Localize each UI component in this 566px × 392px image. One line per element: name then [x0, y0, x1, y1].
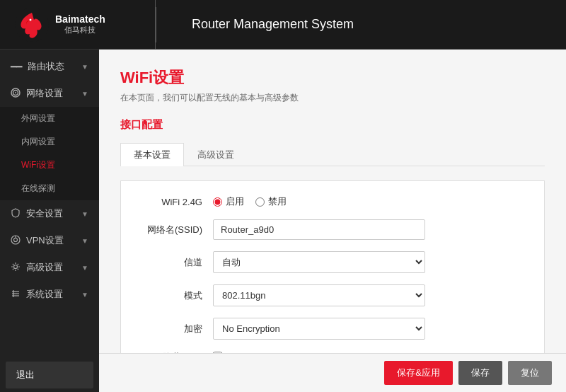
wifi-enable-label[interactable]: 启用 [213, 195, 244, 208]
bottom-bar: 保存&应用 保存 复位 [99, 353, 566, 392]
security-icon [11, 208, 21, 220]
channel-select[interactable]: 自动 1 2 3 4 5 6 [213, 251, 425, 273]
ssid-label: 网络名(SSID) [142, 224, 213, 236]
system-icon [11, 289, 21, 301]
sidebar-item-router-status[interactable]: ━━ 路由状态 ▼ [0, 53, 99, 80]
sidebar-item-wifi-settings[interactable]: WiFi设置 [0, 154, 99, 177]
logo-cn: 佰马科技 [64, 25, 96, 35]
encrypt-select[interactable]: No Encryption WPA2-PSK WPA-PSK WEP [213, 318, 425, 340]
save-button[interactable]: 保存 [458, 361, 502, 385]
wifi-disable-radio[interactable] [255, 197, 265, 207]
sidebar-sub-menu: 外网设置 内网设置 WiFi设置 在线探测 [0, 107, 99, 200]
sidebar-item-wan-settings[interactable]: 外网设置 [0, 107, 99, 130]
content-area: WiFi设置 在本页面，我们可以配置无线的基本与高级参数 接口配置 基本设置 高… [99, 50, 566, 353]
save-apply-button[interactable]: 保存&应用 [384, 361, 453, 385]
sidebar-item-router-status-label: 路由状态 [28, 60, 64, 73]
page-subtitle: 在本页面，我们可以配置无线的基本与高级参数 [120, 92, 545, 104]
sidebar-item-network-settings[interactable]: 网络设置 ▼ [0, 80, 99, 107]
vpn-arrow: ▼ [81, 237, 88, 245]
sidebar-item-system-settings[interactable]: 系统设置 ▼ [0, 281, 99, 308]
mode-select[interactable]: 802.11bgn 802.11bg 802.11b 802.11g 802.1… [213, 284, 425, 306]
security-arrow: ▼ [81, 210, 88, 218]
sidebar-item-security-settings[interactable]: 安全设置 ▼ [0, 200, 99, 227]
form-section: WiFi 2.4G 启用 禁用 [120, 180, 545, 353]
form-row-channel: 信道 自动 1 2 3 4 5 6 [142, 251, 523, 273]
reset-button[interactable]: 复位 [508, 361, 552, 385]
tab-advanced[interactable]: 高级设置 [184, 143, 248, 166]
svg-point-8 [14, 265, 18, 268]
sidebar-item-advanced-label: 高级设置 [26, 261, 63, 274]
form-row-mode: 模式 802.11bgn 802.11bg 802.11b 802.11g 80… [142, 284, 523, 306]
page-title: WiFi设置 [120, 67, 545, 88]
form-row-wifi: WiFi 2.4G 启用 禁用 [142, 195, 523, 208]
vpn-icon [11, 235, 21, 247]
wifi-label: WiFi 2.4G [142, 197, 213, 207]
tabs: 基本设置 高级设置 [120, 143, 545, 166]
wifi-disable-label[interactable]: 禁用 [255, 195, 287, 208]
main-layout: ━━ 路由状态 ▼ 网络设置 ▼ 外网设置 内网设置 [0, 50, 566, 392]
svg-point-1 [30, 18, 32, 21]
wifi-radio-options: 启用 禁用 [213, 195, 425, 208]
form-row-ssid: 网络名(SSID) [142, 219, 523, 240]
network-settings-arrow: ▼ [81, 90, 88, 98]
sidebar-item-vpn-settings[interactable]: VPN设置 ▼ [0, 227, 99, 254]
svg-point-4 [15, 92, 16, 93]
advanced-icon [11, 262, 21, 274]
svg-point-6 [14, 238, 18, 241]
form-row-encryption: 加密 No Encryption WPA2-PSK WPA-PSK WEP [142, 318, 523, 340]
channel-select-container: 自动 1 2 3 4 5 6 [213, 251, 425, 273]
logo-text: Baimatech 佰马科技 [55, 13, 105, 35]
logo-name: Baimatech [55, 13, 105, 25]
sidebar-item-security-label: 安全设置 [26, 207, 63, 220]
sidebar: ━━ 路由状态 ▼ 网络设置 ▼ 外网设置 内网设置 [0, 50, 99, 392]
logo-area: Baimatech 佰马科技 [14, 0, 156, 49]
encrypt-select-container: No Encryption WPA2-PSK WPA-PSK WEP [213, 318, 425, 340]
system-arrow: ▼ [81, 291, 88, 299]
wifi-enable-radio[interactable] [213, 197, 222, 207]
header: Baimatech 佰马科技 Router Management System [0, 0, 566, 50]
logo-icon [14, 7, 50, 42]
sidebar-item-system-label: 系统设置 [26, 288, 63, 301]
mode-label: 模式 [142, 289, 213, 302]
section-title: 接口配置 [120, 118, 545, 134]
logout-button[interactable]: 退出 [6, 362, 93, 388]
sidebar-item-online-detect[interactable]: 在线探测 [0, 177, 99, 200]
mode-select-container: 802.11bgn 802.11bg 802.11b 802.11g 802.1… [213, 284, 425, 306]
sidebar-item-network-label: 网络设置 [26, 87, 63, 100]
ssid-input[interactable] [213, 219, 425, 240]
sidebar-item-advanced-settings[interactable]: 高级设置 ▼ [0, 254, 99, 281]
wifi-radio-group: 启用 禁用 [213, 195, 425, 208]
header-title: Router Management System [192, 17, 354, 32]
router-status-arrow: ▼ [81, 63, 88, 71]
ssid-input-container [213, 219, 425, 240]
header-divider [156, 7, 156, 42]
network-settings-icon [11, 88, 21, 100]
encrypt-label: 加密 [142, 323, 213, 335]
channel-label: 信道 [142, 256, 213, 269]
sidebar-item-lan-settings[interactable]: 内网设置 [0, 130, 99, 154]
tab-basic[interactable]: 基本设置 [120, 143, 184, 166]
advanced-arrow: ▼ [81, 264, 88, 272]
sidebar-item-vpn-label: VPN设置 [26, 234, 64, 247]
router-status-icon: ━━ [11, 61, 22, 72]
